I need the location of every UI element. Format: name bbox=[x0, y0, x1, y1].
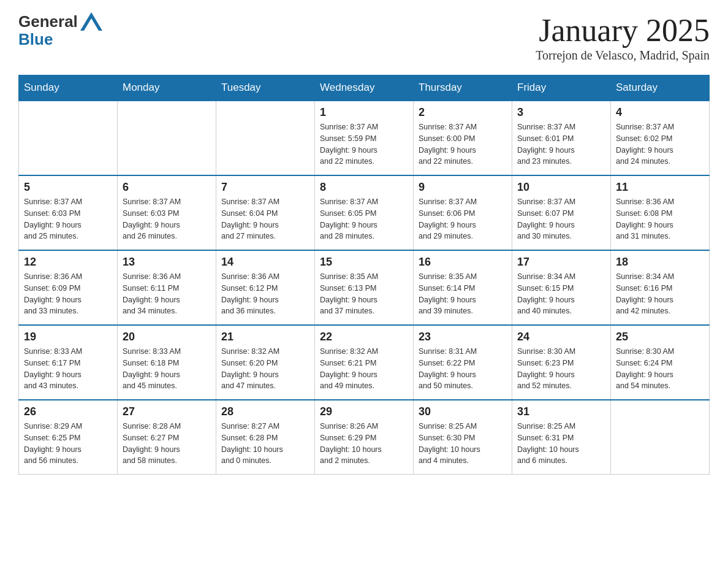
calendar-cell: 11Sunrise: 8:36 AM Sunset: 6:08 PM Dayli… bbox=[611, 175, 710, 250]
day-info: Sunrise: 8:37 AM Sunset: 6:00 PM Dayligh… bbox=[419, 121, 507, 167]
logo-triangle-icon bbox=[80, 12, 102, 31]
day-info: Sunrise: 8:31 AM Sunset: 6:22 PM Dayligh… bbox=[419, 346, 507, 392]
day-number: 16 bbox=[419, 256, 507, 269]
calendar-cell: 6Sunrise: 8:37 AM Sunset: 6:03 PM Daylig… bbox=[118, 175, 216, 250]
calendar-cell: 31Sunrise: 8:25 AM Sunset: 6:31 PM Dayli… bbox=[512, 400, 611, 475]
calendar-cell: 19Sunrise: 8:33 AM Sunset: 6:17 PM Dayli… bbox=[19, 325, 118, 400]
day-info: Sunrise: 8:37 AM Sunset: 6:04 PM Dayligh… bbox=[221, 196, 309, 242]
day-info: Sunrise: 8:37 AM Sunset: 6:05 PM Dayligh… bbox=[320, 196, 408, 242]
day-number: 30 bbox=[419, 405, 507, 418]
calendar-cell: 3Sunrise: 8:37 AM Sunset: 6:01 PM Daylig… bbox=[512, 101, 611, 175]
day-number: 12 bbox=[24, 256, 112, 269]
calendar-cell: 16Sunrise: 8:35 AM Sunset: 6:14 PM Dayli… bbox=[414, 250, 512, 325]
day-number: 14 bbox=[221, 256, 309, 269]
calendar-cell: 12Sunrise: 8:36 AM Sunset: 6:09 PM Dayli… bbox=[19, 250, 118, 325]
week-row-2: 5Sunrise: 8:37 AM Sunset: 6:03 PM Daylig… bbox=[19, 175, 710, 250]
day-number: 25 bbox=[616, 331, 704, 343]
day-info: Sunrise: 8:37 AM Sunset: 6:03 PM Dayligh… bbox=[123, 196, 211, 242]
day-number: 2 bbox=[419, 106, 507, 119]
calendar-cell: 23Sunrise: 8:31 AM Sunset: 6:22 PM Dayli… bbox=[414, 325, 512, 400]
calendar-cell: 18Sunrise: 8:34 AM Sunset: 6:16 PM Dayli… bbox=[611, 250, 710, 325]
calendar-cell: 30Sunrise: 8:25 AM Sunset: 6:30 PM Dayli… bbox=[414, 400, 512, 475]
calendar-cell: 2Sunrise: 8:37 AM Sunset: 6:00 PM Daylig… bbox=[414, 101, 512, 175]
calendar-cell: 15Sunrise: 8:35 AM Sunset: 6:13 PM Dayli… bbox=[315, 250, 414, 325]
title-section: January 2025 Torrejon de Velasco, Madrid… bbox=[536, 12, 710, 63]
page-header: General Blue January 2025 Torrejon de Ve… bbox=[18, 12, 710, 63]
day-number: 27 bbox=[123, 405, 211, 418]
calendar-cell: 4Sunrise: 8:37 AM Sunset: 6:02 PM Daylig… bbox=[611, 101, 710, 175]
day-info: Sunrise: 8:26 AM Sunset: 6:29 PM Dayligh… bbox=[320, 421, 408, 467]
day-number: 29 bbox=[320, 405, 408, 418]
day-number: 11 bbox=[616, 181, 704, 194]
day-info: Sunrise: 8:37 AM Sunset: 6:07 PM Dayligh… bbox=[517, 196, 605, 242]
day-info: Sunrise: 8:34 AM Sunset: 6:15 PM Dayligh… bbox=[517, 271, 605, 317]
day-number: 24 bbox=[517, 331, 605, 343]
calendar-cell bbox=[19, 101, 118, 175]
day-info: Sunrise: 8:36 AM Sunset: 6:12 PM Dayligh… bbox=[221, 271, 309, 317]
calendar-cell: 25Sunrise: 8:30 AM Sunset: 6:24 PM Dayli… bbox=[611, 325, 710, 400]
day-number: 15 bbox=[320, 256, 408, 269]
day-number: 20 bbox=[123, 331, 211, 343]
header-day-monday: Monday bbox=[118, 75, 216, 101]
day-info: Sunrise: 8:36 AM Sunset: 6:09 PM Dayligh… bbox=[24, 271, 112, 317]
day-info: Sunrise: 8:36 AM Sunset: 6:11 PM Dayligh… bbox=[123, 271, 211, 317]
day-info: Sunrise: 8:27 AM Sunset: 6:28 PM Dayligh… bbox=[221, 421, 309, 467]
day-number: 8 bbox=[320, 181, 408, 194]
day-info: Sunrise: 8:35 AM Sunset: 6:13 PM Dayligh… bbox=[320, 271, 408, 317]
calendar-cell: 21Sunrise: 8:32 AM Sunset: 6:20 PM Dayli… bbox=[216, 325, 315, 400]
day-info: Sunrise: 8:32 AM Sunset: 6:20 PM Dayligh… bbox=[221, 346, 309, 392]
header-day-sunday: Sunday bbox=[19, 75, 118, 101]
week-row-1: 1Sunrise: 8:37 AM Sunset: 5:59 PM Daylig… bbox=[19, 101, 710, 175]
day-number: 4 bbox=[616, 106, 704, 119]
calendar-cell: 7Sunrise: 8:37 AM Sunset: 6:04 PM Daylig… bbox=[216, 175, 315, 250]
calendar-cell: 29Sunrise: 8:26 AM Sunset: 6:29 PM Dayli… bbox=[315, 400, 414, 475]
header-day-wednesday: Wednesday bbox=[315, 75, 414, 101]
header-day-thursday: Thursday bbox=[414, 75, 512, 101]
day-number: 28 bbox=[221, 405, 309, 418]
day-number: 18 bbox=[616, 256, 704, 269]
calendar-table: SundayMondayTuesdayWednesdayThursdayFrid… bbox=[18, 75, 710, 475]
calendar-cell bbox=[611, 400, 710, 475]
day-info: Sunrise: 8:25 AM Sunset: 6:31 PM Dayligh… bbox=[517, 421, 605, 467]
week-row-4: 19Sunrise: 8:33 AM Sunset: 6:17 PM Dayli… bbox=[19, 325, 710, 400]
day-info: Sunrise: 8:32 AM Sunset: 6:21 PM Dayligh… bbox=[320, 346, 408, 392]
day-number: 10 bbox=[517, 181, 605, 194]
calendar-cell bbox=[118, 101, 216, 175]
calendar-cell: 20Sunrise: 8:33 AM Sunset: 6:18 PM Dayli… bbox=[118, 325, 216, 400]
calendar-cell: 26Sunrise: 8:29 AM Sunset: 6:25 PM Dayli… bbox=[19, 400, 118, 475]
month-title: January 2025 bbox=[536, 12, 710, 48]
header-day-friday: Friday bbox=[512, 75, 611, 101]
day-number: 31 bbox=[517, 405, 605, 418]
day-number: 5 bbox=[24, 181, 112, 194]
day-number: 13 bbox=[123, 256, 211, 269]
week-row-5: 26Sunrise: 8:29 AM Sunset: 6:25 PM Dayli… bbox=[19, 400, 710, 475]
day-number: 17 bbox=[517, 256, 605, 269]
location-text: Torrejon de Velasco, Madrid, Spain bbox=[536, 48, 710, 63]
day-info: Sunrise: 8:33 AM Sunset: 6:18 PM Dayligh… bbox=[123, 346, 211, 392]
day-number: 3 bbox=[517, 106, 605, 119]
calendar-header: SundayMondayTuesdayWednesdayThursdayFrid… bbox=[19, 75, 710, 101]
day-info: Sunrise: 8:25 AM Sunset: 6:30 PM Dayligh… bbox=[419, 421, 507, 467]
day-number: 22 bbox=[320, 331, 408, 343]
day-info: Sunrise: 8:36 AM Sunset: 6:08 PM Dayligh… bbox=[616, 196, 704, 242]
day-info: Sunrise: 8:34 AM Sunset: 6:16 PM Dayligh… bbox=[616, 271, 704, 317]
header-day-tuesday: Tuesday bbox=[216, 75, 315, 101]
day-number: 23 bbox=[419, 331, 507, 343]
day-number: 26 bbox=[24, 405, 112, 418]
calendar-cell: 1Sunrise: 8:37 AM Sunset: 5:59 PM Daylig… bbox=[315, 101, 414, 175]
day-number: 21 bbox=[221, 331, 309, 343]
calendar-cell: 27Sunrise: 8:28 AM Sunset: 6:27 PM Dayli… bbox=[118, 400, 216, 475]
day-info: Sunrise: 8:37 AM Sunset: 6:02 PM Dayligh… bbox=[616, 121, 704, 167]
calendar-cell: 14Sunrise: 8:36 AM Sunset: 6:12 PM Dayli… bbox=[216, 250, 315, 325]
logo: General Blue bbox=[18, 12, 102, 48]
week-row-3: 12Sunrise: 8:36 AM Sunset: 6:09 PM Dayli… bbox=[19, 250, 710, 325]
calendar-cell: 5Sunrise: 8:37 AM Sunset: 6:03 PM Daylig… bbox=[19, 175, 118, 250]
logo-blue-text: Blue bbox=[18, 31, 53, 48]
calendar-cell: 28Sunrise: 8:27 AM Sunset: 6:28 PM Dayli… bbox=[216, 400, 315, 475]
calendar-body: 1Sunrise: 8:37 AM Sunset: 5:59 PM Daylig… bbox=[19, 101, 710, 475]
day-number: 7 bbox=[221, 181, 309, 194]
day-number: 9 bbox=[419, 181, 507, 194]
day-number: 19 bbox=[24, 331, 112, 343]
calendar-cell: 13Sunrise: 8:36 AM Sunset: 6:11 PM Dayli… bbox=[118, 250, 216, 325]
day-info: Sunrise: 8:37 AM Sunset: 6:01 PM Dayligh… bbox=[517, 121, 605, 167]
